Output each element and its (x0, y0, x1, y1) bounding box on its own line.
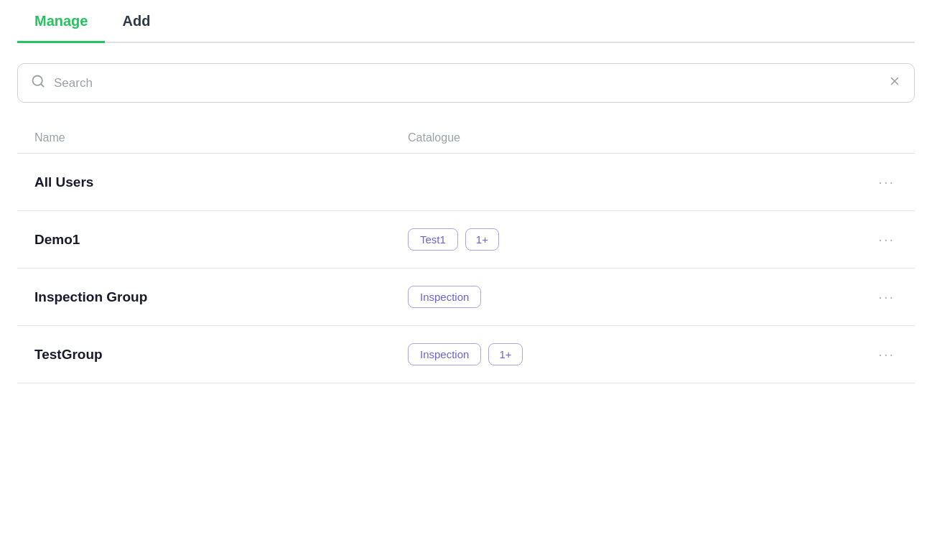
svg-line-1 (41, 84, 44, 87)
row-menu-button-all-users[interactable]: ··· (875, 171, 898, 193)
row-catalogue-test-group: Inspection 1+ (408, 343, 863, 365)
row-name-test-group: TestGroup (34, 347, 408, 363)
catalogue-more-tag[interactable]: 1+ (488, 343, 522, 365)
row-actions-demo1: ··· (863, 228, 898, 251)
catalogue-more-tag[interactable]: 1+ (465, 228, 499, 251)
catalogue-tag[interactable]: Inspection (408, 343, 481, 365)
tab-manage[interactable]: Manage (17, 0, 105, 43)
row-menu-button-test-group[interactable]: ··· (875, 343, 898, 365)
search-icon (31, 74, 45, 92)
table-header: Name Catalogue (17, 126, 915, 154)
tab-add[interactable]: Add (105, 0, 167, 43)
row-name-inspection-group: Inspection Group (34, 289, 408, 305)
row-name-demo1: Demo1 (34, 232, 408, 248)
catalogue-tag[interactable]: Inspection (408, 286, 481, 308)
search-bar (17, 63, 915, 103)
table-row: All Users ··· (17, 154, 915, 211)
catalogue-tag[interactable]: Test1 (408, 228, 458, 251)
table-row: TestGroup Inspection 1+ ··· (17, 326, 915, 383)
clear-icon[interactable] (888, 75, 901, 91)
row-actions-test-group: ··· (863, 343, 898, 365)
col-header-name: Name (34, 131, 408, 144)
table-body: All Users ··· Demo1 Test1 1+ ··· Inspect… (17, 154, 915, 383)
row-menu-button-inspection-group[interactable]: ··· (875, 286, 898, 308)
col-header-catalogue: Catalogue (408, 131, 863, 144)
table-row: Inspection Group Inspection ··· (17, 269, 915, 326)
row-menu-button-demo1[interactable]: ··· (875, 228, 898, 251)
row-actions-all-users: ··· (863, 171, 898, 193)
table-row: Demo1 Test1 1+ ··· (17, 211, 915, 269)
row-actions-inspection-group: ··· (863, 286, 898, 308)
search-input[interactable] (54, 76, 888, 90)
row-name-all-users: All Users (34, 174, 408, 190)
tabs-bar: Manage Add (17, 0, 915, 43)
row-catalogue-inspection-group: Inspection (408, 286, 863, 308)
row-catalogue-demo1: Test1 1+ (408, 228, 863, 251)
